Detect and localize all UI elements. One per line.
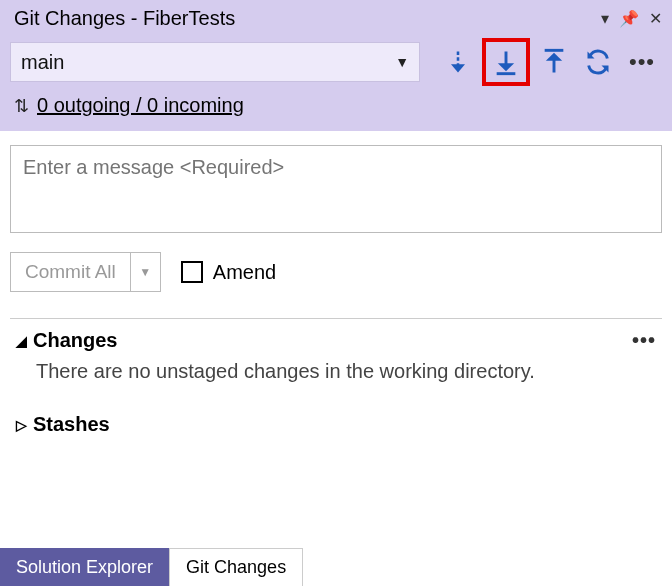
tab-solution-explorer[interactable]: Solution Explorer [0,548,169,586]
pull-icon [492,48,520,76]
chevron-down-icon: ▼ [395,54,409,70]
commit-all-label: Commit All [11,253,130,291]
commit-message-input[interactable] [10,145,662,233]
fetch-button[interactable] [438,42,478,82]
fetch-icon [444,48,472,76]
close-icon[interactable]: ✕ [649,9,662,28]
up-down-arrow-icon: ⇅ [14,95,29,117]
changes-header[interactable]: ◢ Changes ••• [16,329,656,352]
commit-all-button[interactable]: Commit All ▼ [10,252,161,292]
git-toolbar: main ▼ [0,36,672,88]
changes-section: ◢ Changes ••• There are no unstaged chan… [10,319,662,403]
sync-status-row: ⇅ 0 outgoing / 0 incoming [0,88,672,131]
checkbox-icon [181,261,203,283]
changes-more-button[interactable]: ••• [632,329,656,352]
body-area: Commit All ▼ Amend ◢ Changes ••• There a… [0,131,672,452]
bottom-tabs: Solution Explorer Git Changes [0,548,672,586]
commit-all-dropdown[interactable]: ▼ [130,253,160,291]
expanded-triangle-icon: ◢ [16,333,27,349]
sync-status-link[interactable]: 0 outgoing / 0 incoming [37,94,244,117]
ellipsis-icon: ••• [629,49,655,75]
window-controls: ▾ 📌 ✕ [601,9,662,28]
amend-checkbox[interactable]: Amend [181,261,276,284]
window-titlebar: Git Changes - FiberTests ▾ 📌 ✕ [0,0,672,36]
stashes-header[interactable]: ▷ Stashes [16,413,656,436]
pin-icon[interactable]: 📌 [619,9,639,28]
more-actions-button[interactable]: ••• [622,42,662,82]
changes-label: Changes [33,329,117,352]
commit-controls-row: Commit All ▼ Amend [10,252,662,292]
pull-button[interactable] [482,38,530,86]
git-actions: ••• [438,38,662,86]
window-menu-icon[interactable]: ▾ [601,9,609,28]
window-title: Git Changes - FiberTests [14,7,601,30]
stashes-section: ▷ Stashes [10,403,662,442]
stashes-label: Stashes [33,413,110,436]
collapsed-triangle-icon: ▷ [16,417,27,433]
branch-name: main [21,51,64,74]
push-icon [540,48,568,76]
changes-empty-text: There are no unstaged changes in the wor… [16,352,656,397]
amend-label: Amend [213,261,276,284]
branch-selector[interactable]: main ▼ [10,42,420,82]
push-button[interactable] [534,42,574,82]
tab-git-changes[interactable]: Git Changes [169,548,303,586]
sync-icon [584,48,612,76]
sync-button[interactable] [578,42,618,82]
